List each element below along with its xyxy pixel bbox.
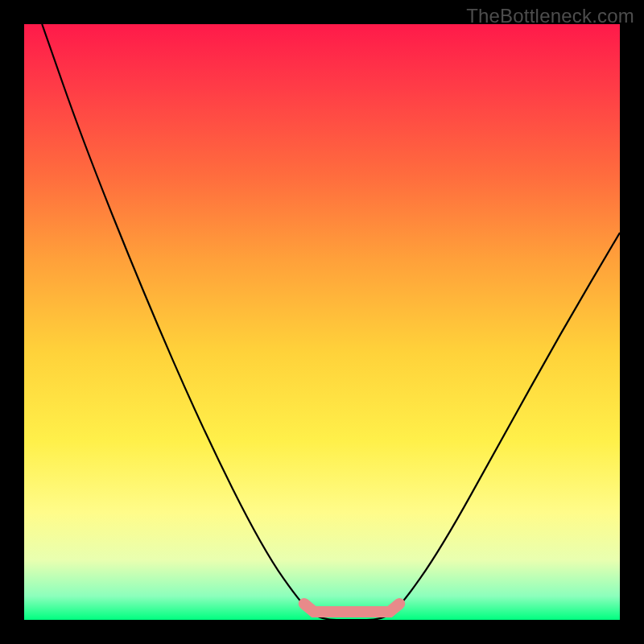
chart-plot-area: [24, 24, 620, 620]
bottleneck-curve-path: [42, 24, 620, 620]
chart-svg-overlay: [24, 24, 620, 620]
highlight-range-mark: [304, 604, 399, 612]
watermark-label: TheBottleneck.com: [466, 5, 634, 27]
